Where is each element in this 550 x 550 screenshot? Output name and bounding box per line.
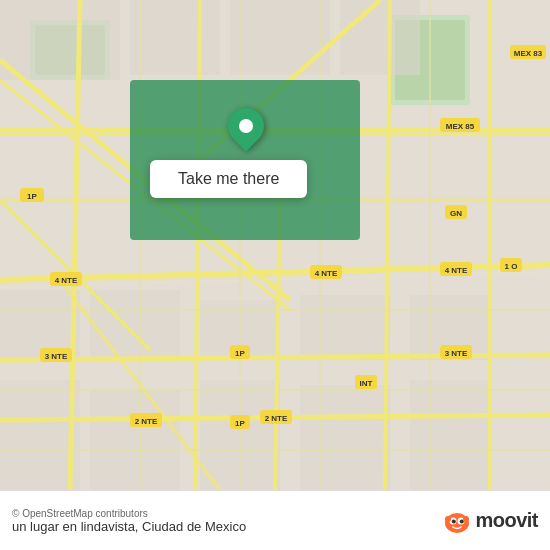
svg-text:MEX 85: MEX 85 <box>446 122 475 131</box>
take-me-there-button[interactable]: Take me there <box>150 160 307 198</box>
moovit-brand-name: moovit <box>475 509 538 532</box>
svg-point-73 <box>445 513 469 533</box>
location-pin <box>228 108 264 144</box>
svg-text:3 NTE: 3 NTE <box>445 349 468 358</box>
pin-marker <box>221 101 272 152</box>
svg-text:4 NTE: 4 NTE <box>55 276 78 285</box>
svg-text:1P: 1P <box>27 192 37 201</box>
moovit-logo: moovit <box>443 507 538 535</box>
svg-rect-7 <box>230 0 330 75</box>
svg-rect-17 <box>300 385 390 490</box>
location-name: un lugar en lindavista, Ciudad de Mexico <box>12 519 246 534</box>
svg-point-78 <box>445 516 451 522</box>
svg-text:2 NTE: 2 NTE <box>135 417 158 426</box>
bottom-bar: © OpenStreetMap contributors un lugar en… <box>0 490 550 550</box>
svg-rect-12 <box>300 295 390 360</box>
svg-rect-15 <box>90 390 180 490</box>
svg-text:2 NTE: 2 NTE <box>265 414 288 423</box>
svg-rect-18 <box>410 380 490 490</box>
svg-text:4 NTE: 4 NTE <box>445 266 468 275</box>
svg-rect-8 <box>340 0 420 75</box>
svg-text:3 NTE: 3 NTE <box>45 352 68 361</box>
svg-text:4 NTE: 4 NTE <box>315 269 338 278</box>
svg-text:GN: GN <box>450 209 462 218</box>
svg-text:INT: INT <box>360 379 373 388</box>
svg-text:1 O: 1 O <box>505 262 518 271</box>
svg-rect-10 <box>90 290 180 360</box>
map-attribution: © OpenStreetMap contributors <box>12 508 246 519</box>
svg-rect-5 <box>0 0 120 80</box>
svg-point-77 <box>460 519 464 523</box>
svg-text:1P: 1P <box>235 349 245 358</box>
pin-inner <box>239 119 253 133</box>
moovit-icon <box>443 507 471 535</box>
bottom-left-info: © OpenStreetMap contributors un lugar en… <box>12 508 246 534</box>
map-container[interactable]: 1P MEX 85 MEX 83 4 NTE 4 NTE 4 NTE 3 NTE… <box>0 0 550 490</box>
svg-point-79 <box>463 516 469 522</box>
svg-text:MEX 83: MEX 83 <box>514 49 543 58</box>
svg-text:1P: 1P <box>235 419 245 428</box>
svg-point-76 <box>452 519 456 523</box>
svg-rect-6 <box>130 0 220 75</box>
